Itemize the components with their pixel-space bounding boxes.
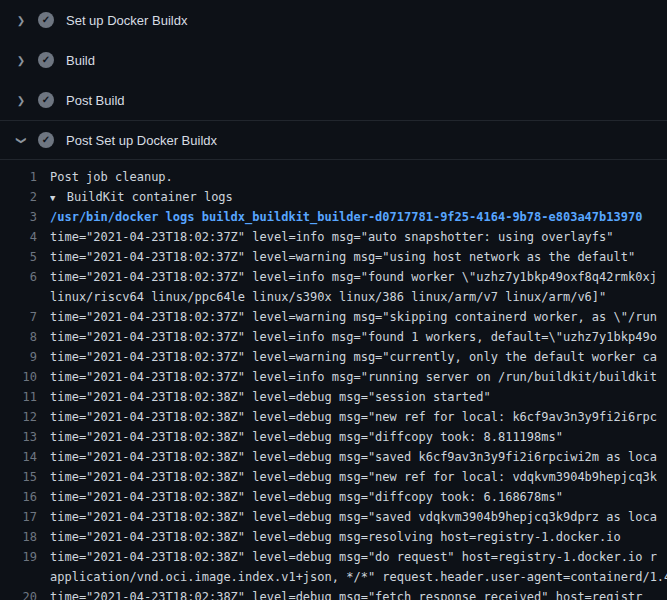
line-text: time="2021-04-23T18:02:38Z" level=debug … <box>50 427 667 447</box>
line-number[interactable]: 17 <box>0 507 50 527</box>
line-text: ▼ BuildKit container logs <box>50 187 667 208</box>
line-number[interactable]: 2 <box>0 187 50 207</box>
group-caret-icon[interactable]: ▼ <box>50 193 55 203</box>
step-label: Post Build <box>66 93 125 108</box>
line-text: time="2021-04-23T18:02:37Z" level=info m… <box>50 227 667 247</box>
log-line: 9 time="2021-04-23T18:02:37Z" level=warn… <box>0 347 667 367</box>
log-line: 10 time="2021-04-23T18:02:37Z" level=inf… <box>0 367 667 387</box>
line-number[interactable]: 14 <box>0 447 50 467</box>
chevron-right-icon: ❯ <box>13 55 29 66</box>
chevron-down-icon: ❯ <box>16 132 27 148</box>
log-line: 12 time="2021-04-23T18:02:38Z" level=deb… <box>0 407 667 427</box>
line-text: time="2021-04-23T18:02:38Z" level=debug … <box>50 407 667 427</box>
log-line: 5 time="2021-04-23T18:02:37Z" level=warn… <box>0 247 667 267</box>
log-line: 17 time="2021-04-23T18:02:38Z" level=deb… <box>0 507 667 527</box>
line-number[interactable]: 7 <box>0 307 50 327</box>
line-text: time="2021-04-23T18:02:38Z" level=debug … <box>50 387 667 407</box>
log-line: 19 time="2021-04-23T18:02:38Z" level=deb… <box>0 547 667 567</box>
log-line: 3 /usr/bin/docker logs buildx_buildkit_b… <box>0 207 667 227</box>
log-line: 11 time="2021-04-23T18:02:38Z" level=deb… <box>0 387 667 407</box>
line-text: time="2021-04-23T18:02:38Z" level=debug … <box>50 527 667 547</box>
line-text: time="2021-04-23T18:02:38Z" level=debug … <box>50 467 667 487</box>
line-number[interactable]: 10 <box>0 367 50 387</box>
check-circle-icon: ✓ <box>38 12 54 28</box>
line-number[interactable]: 8 <box>0 327 50 347</box>
line-number[interactable]: 1 <box>0 167 50 187</box>
log-line: 4 time="2021-04-23T18:02:37Z" level=info… <box>0 227 667 247</box>
line-number[interactable]: 18 <box>0 527 50 547</box>
log-lines: 1 Post job cleanup. 2 ▼ BuildKit contain… <box>0 160 667 600</box>
log-line: 20 time="2021-04-23T18:02:38Z" level=deb… <box>0 587 667 600</box>
line-number[interactable]: 3 <box>0 207 50 227</box>
check-circle-icon: ✓ <box>38 52 54 68</box>
line-number[interactable]: 19 <box>0 547 50 567</box>
log-line: 1 Post job cleanup. <box>0 167 667 187</box>
step-label: Build <box>66 53 95 68</box>
job-steps-panel: ❯ ✓ Set up Docker Buildx ❯ ✓ Build ❯ ✓ P… <box>0 0 667 600</box>
step-header-post-build[interactable]: ❯ ✓ Post Build <box>0 80 667 120</box>
line-text: time="2021-04-23T18:02:37Z" level=info m… <box>50 267 667 287</box>
log-line: application/vnd.oci.image.index.v1+json,… <box>0 567 667 587</box>
line-number[interactable]: 5 <box>0 247 50 267</box>
log-line: 7 time="2021-04-23T18:02:37Z" level=warn… <box>0 307 667 327</box>
log-line: 8 time="2021-04-23T18:02:37Z" level=info… <box>0 327 667 347</box>
line-text: time="2021-04-23T18:02:37Z" level=warnin… <box>50 247 667 267</box>
line-number[interactable]: 20 <box>0 587 50 600</box>
line-text: time="2021-04-23T18:02:38Z" level=debug … <box>50 587 667 600</box>
log-line: 18 time="2021-04-23T18:02:38Z" level=deb… <box>0 527 667 547</box>
line-text: /usr/bin/docker logs buildx_buildkit_bui… <box>50 207 667 227</box>
chevron-right-icon: ❯ <box>13 95 29 106</box>
log-line: 6 time="2021-04-23T18:02:37Z" level=info… <box>0 267 667 287</box>
log-line: 2 ▼ BuildKit container logs <box>0 187 667 207</box>
check-circle-icon: ✓ <box>38 92 54 108</box>
check-circle-icon: ✓ <box>38 132 54 148</box>
step-header-post-setup-docker-buildx[interactable]: ❯ ✓ Post Set up Docker Buildx <box>0 120 667 160</box>
line-text: time="2021-04-23T18:02:38Z" level=debug … <box>50 507 667 527</box>
line-text: time="2021-04-23T18:02:37Z" level=warnin… <box>50 307 667 327</box>
line-text: time="2021-04-23T18:02:37Z" level=info m… <box>50 367 667 387</box>
log-line: linux/riscv64 linux/ppc64le linux/s390x … <box>0 287 667 307</box>
log-line: 14 time="2021-04-23T18:02:38Z" level=deb… <box>0 447 667 467</box>
log-line: 16 time="2021-04-23T18:02:38Z" level=deb… <box>0 487 667 507</box>
chevron-right-icon: ❯ <box>13 15 29 26</box>
line-text: time="2021-04-23T18:02:38Z" level=debug … <box>50 447 667 467</box>
step-label: Set up Docker Buildx <box>66 13 187 28</box>
step-header-setup-docker-buildx[interactable]: ❯ ✓ Set up Docker Buildx <box>0 0 667 40</box>
line-number[interactable]: 12 <box>0 407 50 427</box>
log-line: 15 time="2021-04-23T18:02:38Z" level=deb… <box>0 467 667 487</box>
line-number[interactable]: 13 <box>0 427 50 447</box>
line-text: time="2021-04-23T18:02:37Z" level=warnin… <box>50 347 667 367</box>
line-text: linux/riscv64 linux/ppc64le linux/s390x … <box>50 287 667 307</box>
line-number[interactable]: 15 <box>0 467 50 487</box>
line-text: application/vnd.oci.image.index.v1+json,… <box>50 567 667 587</box>
line-text: time="2021-04-23T18:02:38Z" level=debug … <box>50 547 667 567</box>
line-number[interactable]: 4 <box>0 227 50 247</box>
log-line: 13 time="2021-04-23T18:02:38Z" level=deb… <box>0 427 667 447</box>
step-header-build[interactable]: ❯ ✓ Build <box>0 40 667 80</box>
line-number[interactable]: 11 <box>0 387 50 407</box>
line-text: Post job cleanup. <box>50 167 667 187</box>
line-text: time="2021-04-23T18:02:38Z" level=debug … <box>50 487 667 507</box>
step-label: Post Set up Docker Buildx <box>66 133 217 148</box>
line-number[interactable]: 6 <box>0 267 50 287</box>
line-number[interactable]: 9 <box>0 347 50 367</box>
line-text: time="2021-04-23T18:02:37Z" level=info m… <box>50 327 667 347</box>
line-number[interactable]: 16 <box>0 487 50 507</box>
